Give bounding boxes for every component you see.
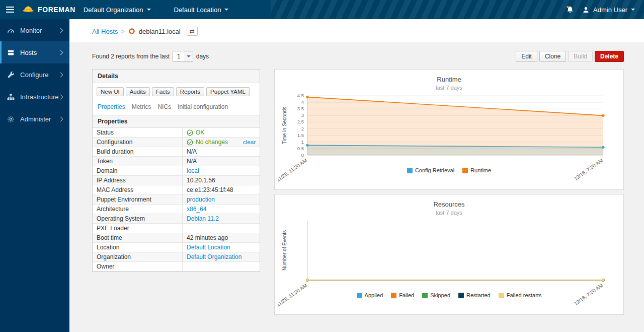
organization-selector[interactable]: Default Organization <box>84 6 151 14</box>
property-row-configuration: ConfigurationNo changesclear <box>93 138 260 147</box>
property-label: PXE Loader <box>93 224 182 233</box>
svg-text:Number of Events: Number of Events <box>282 230 287 271</box>
caret-down-icon <box>631 9 635 11</box>
property-value-link[interactable]: x86_64 <box>187 206 206 213</box>
chevron-right-icon <box>58 116 63 121</box>
property-row-operating-system: Operating SystemDebian 11.2 <box>93 214 260 224</box>
property-row-organization: OrganizationDefault Organization <box>93 252 260 262</box>
reports-summary-suffix: days <box>196 53 209 60</box>
property-row-architecture: Architecturex86_64 <box>93 205 260 214</box>
property-value: 10.20.1.56 <box>182 176 260 185</box>
property-label: Architecture <box>93 205 182 214</box>
tab-metrics[interactable]: Metrics <box>132 103 151 110</box>
tab-properties[interactable]: Properties <box>98 103 125 110</box>
caret-down-icon <box>185 51 193 61</box>
user-menu[interactable]: Admin User <box>582 6 635 14</box>
legend-item-applied[interactable]: Applied <box>357 292 383 298</box>
svg-text:Time in Seconds: Time in Seconds <box>282 107 287 144</box>
check-circle-icon <box>187 129 193 136</box>
sidebar-item-configure[interactable]: Configure <box>0 63 69 86</box>
main-content: All Hosts > debian11.local ⇄ Found 2 rep… <box>69 19 644 332</box>
property-label: MAC Address <box>93 185 182 194</box>
legend-label: Failed <box>399 292 414 298</box>
sidebar-item-label: Monitor <box>20 27 59 34</box>
chart-subtitle: last 7 days <box>278 85 620 91</box>
sidebar-item-monitor[interactable]: Monitor <box>0 19 69 41</box>
location-selector[interactable]: Default Location <box>174 6 229 14</box>
property-value: N/A <box>182 157 260 166</box>
sidebar-item-infrastructure[interactable]: Infrastructure <box>0 86 69 108</box>
svg-text:0.5: 0.5 <box>297 146 303 151</box>
chart-title: Runtime <box>278 76 620 83</box>
legend-item-failed-restarts[interactable]: Failed restarts <box>499 292 542 298</box>
puppet-yaml-button[interactable]: Puppet YAML <box>206 87 250 96</box>
sidebar-item-hosts[interactable]: Hosts <box>0 41 69 63</box>
sidebar-item-label: Administer <box>20 115 59 123</box>
svg-text:2.5: 2.5 <box>297 119 303 124</box>
edit-button[interactable]: Edit <box>516 51 537 62</box>
property-label: Puppet Environment <box>93 195 182 204</box>
breadcrumb-switcher-button[interactable]: ⇄ <box>187 27 198 36</box>
check-circle-icon <box>187 139 193 146</box>
property-value-link[interactable]: Default Organization <box>187 253 242 260</box>
delete-button[interactable]: Delete <box>595 51 624 62</box>
user-icon <box>582 6 590 14</box>
wrench-icon <box>7 71 16 79</box>
details-panel-title: Details <box>93 70 260 83</box>
notifications-bell-icon[interactable] <box>566 6 574 14</box>
chart-title: Resources <box>278 201 620 208</box>
sitemap-icon <box>7 93 16 101</box>
brand-name: FOREMAN <box>38 6 75 14</box>
property-label: Token <box>93 157 182 166</box>
property-value: No changesclear <box>182 138 260 147</box>
tab-nics[interactable]: NICs <box>157 103 171 110</box>
property-label: Domain <box>93 166 182 175</box>
clear-link[interactable]: clear <box>243 139 256 145</box>
property-value-link[interactable]: local <box>187 167 199 174</box>
property-row-build-duration: Build durationN/A <box>93 147 260 157</box>
breadcrumb-all-hosts-link[interactable]: All Hosts <box>92 28 118 35</box>
hamburger-menu-button[interactable] <box>0 0 20 19</box>
property-label: Status <box>93 128 182 137</box>
property-row-owner: Owner <box>93 262 260 272</box>
legend-label: Config Retrieval <box>415 167 454 173</box>
new-ui-button[interactable]: New UI <box>97 87 124 96</box>
location-selector-label: Default Location <box>174 6 221 14</box>
property-value-link[interactable]: Debian 11.2 <box>187 215 219 222</box>
properties-table: StatusOKConfigurationNo changesclearBuil… <box>93 128 260 272</box>
days-select[interactable]: 1 <box>173 51 193 62</box>
svg-text:1.5: 1.5 <box>297 132 303 138</box>
sidebar-item-label: Hosts <box>20 49 59 56</box>
sidebar-item-administer[interactable]: Administer <box>0 108 69 130</box>
property-row-token: TokenN/A <box>93 157 260 166</box>
property-row-location: LocationDefault Location <box>93 243 260 252</box>
brand-home-link[interactable]: FOREMAN <box>22 5 75 15</box>
property-value-link[interactable]: Default Location <box>187 244 230 251</box>
legend-item-restarted[interactable]: Restarted <box>458 292 491 298</box>
property-label: Operating System <box>93 214 182 223</box>
property-value: N/A <box>182 147 260 156</box>
property-value <box>182 224 260 233</box>
property-row-boot-time: Boot time42 minutes ago <box>93 233 260 243</box>
reports-button[interactable]: Reports <box>176 87 204 96</box>
runtime-chart-legend: Config RetrievalRuntime <box>278 167 620 173</box>
property-row-ip-address: IP Address10.20.1.56 <box>93 176 260 185</box>
property-value: ce:e1:23:45:1f:48 <box>182 185 260 194</box>
details-buttons: New UIAuditsFactsReportsPuppet YAML <box>93 83 260 100</box>
legend-label: Runtime <box>470 167 491 173</box>
legend-item-config-retrieval[interactable]: Config Retrieval <box>407 167 454 173</box>
clone-button[interactable]: Clone <box>539 51 566 62</box>
legend-item-skipped[interactable]: Skipped <box>422 292 450 298</box>
server-icon <box>7 49 16 56</box>
property-value: Default Organization <box>182 252 260 261</box>
facts-button[interactable]: Facts <box>152 87 174 96</box>
property-value-link[interactable]: production <box>187 196 215 203</box>
resources-chart-legend: AppliedFailedSkippedRestartedFailed rest… <box>278 292 620 298</box>
audits-button[interactable]: Audits <box>126 87 150 96</box>
legend-item-failed[interactable]: Failed <box>391 292 414 298</box>
legend-item-runtime[interactable]: Runtime <box>462 167 491 173</box>
svg-text:4: 4 <box>301 99 303 105</box>
tab-initial-configuration[interactable]: Initial configuration <box>178 103 228 110</box>
build-button[interactable]: Build <box>568 51 593 62</box>
property-row-status: StatusOK <box>93 128 260 138</box>
